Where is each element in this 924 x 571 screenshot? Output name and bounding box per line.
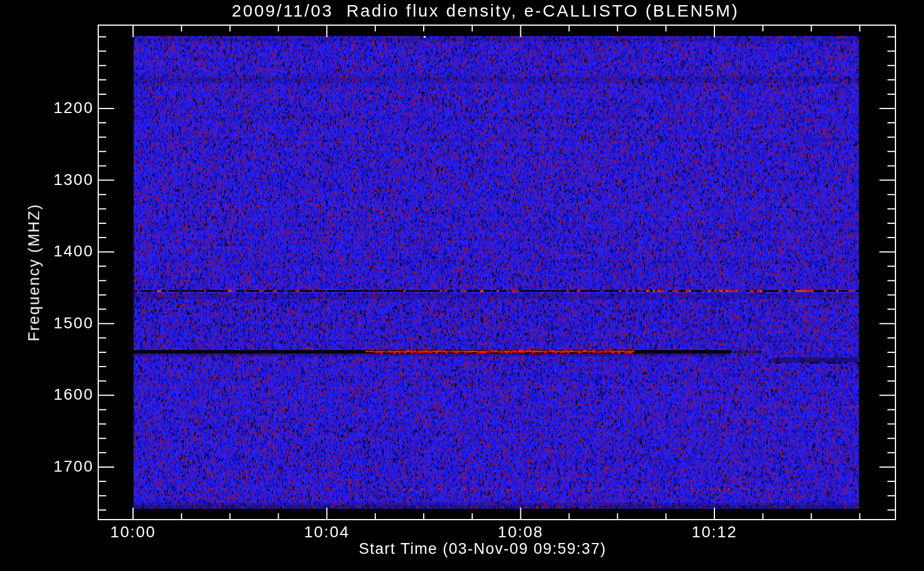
x-tick-label: 10:12: [669, 523, 760, 541]
x-tick-label: 10:08: [475, 523, 567, 541]
spectrogram-canvas: [0, 0, 924, 571]
spectrogram-window: 2009/11/03 Radio flux density, e-CALLIST…: [0, 0, 924, 571]
x-tick-label: 10:04: [281, 523, 372, 541]
y-tick-label: 1400: [33, 243, 94, 261]
x-tick-label: 10:00: [87, 523, 179, 541]
y-tick-label: 1700: [33, 457, 94, 476]
y-tick-label: 1200: [33, 99, 94, 117]
y-tick-label: 1300: [33, 171, 94, 189]
chart-title: 2009/11/03 Radio flux density, e-CALLIST…: [87, 1, 884, 21]
x-axis-title: Start Time (03-Nov-09 09:59:37): [197, 540, 768, 558]
y-tick-label: 1600: [33, 386, 94, 404]
y-tick-label: 1500: [33, 314, 94, 332]
